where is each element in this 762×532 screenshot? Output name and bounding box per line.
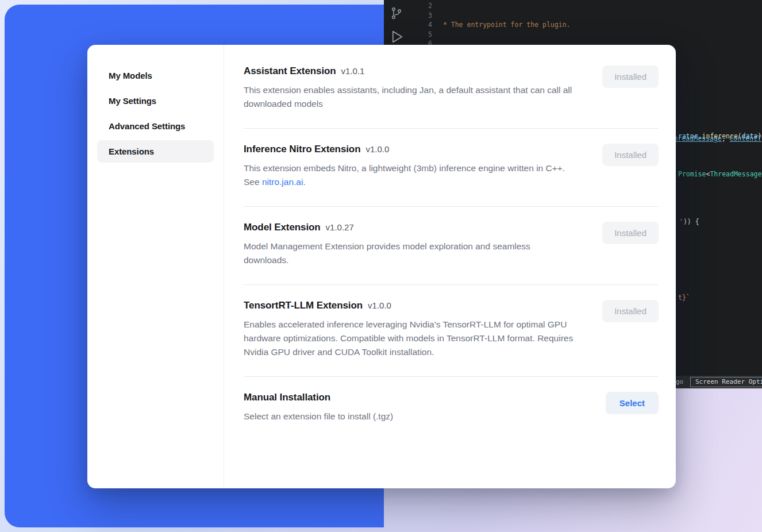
installed-button[interactable]: Installed [602,144,659,166]
extension-description: Model Management Extension provides mode… [244,240,576,267]
extension-title: Model Extensionv1.0.27 [244,222,576,233]
extension-row-tensorrt: TensortRT-LLM Extensionv1.0.0 Enables ac… [244,285,659,377]
extension-row-assistant: Assistant Extensionv1.0.1 This extension… [244,56,659,129]
extension-title: Inference Nitro Extensionv1.0.0 [244,144,576,155]
code-fragment: ')) { [679,218,699,226]
screen: 2 3 4 5 6 * The entrypoint for the plugi… [0,0,762,532]
nitro-link[interactable]: nitro.jan.ai [262,177,303,187]
code-fragment: Promise<ThreadMessage> [678,170,762,178]
extension-version: v1.0.27 [326,222,354,232]
installed-button[interactable]: Installed [602,300,659,322]
extension-row-nitro: Inference Nitro Extensionv1.0.0 This ext… [244,129,659,207]
manual-installation-info: Manual Installation Select an extension … [244,392,393,423]
code-fragment: t}` [678,294,690,302]
code-comment: * The entrypoint for the plugin. [439,21,570,29]
code-fragment: rator.inference(data)); [678,132,762,140]
run-debug-icon[interactable] [388,28,405,45]
sidebar-item-advanced-settings[interactable]: Advanced Settings [97,115,214,137]
extension-info: Model Extensionv1.0.27 Model Management … [244,222,576,267]
manual-installation-title: Manual Installation [244,392,393,403]
sidebar-item-my-models[interactable]: My Models [97,64,214,87]
installed-button[interactable]: Installed [602,222,659,244]
extension-description: This extension enables assistants, inclu… [244,83,576,111]
extension-description: Enables accelerated inference leveraging… [244,318,576,359]
extension-title: TensortRT-LLM Extensionv1.0.0 [244,300,576,311]
manual-installation-description: Select an extension file to install (.tg… [244,410,393,423]
settings-card: My Models My Settings Advanced Settings … [87,45,676,488]
extension-title: Assistant Extensionv1.0.1 [244,65,576,77]
status-text: go [676,378,683,385]
extension-version: v1.0.0 [365,144,389,154]
sidebar-item-my-settings[interactable]: My Settings [97,90,214,112]
select-file-button[interactable]: Select [606,392,659,414]
extension-info: Assistant Extensionv1.0.1 This extension… [244,65,576,111]
git-branch-icon[interactable] [390,6,403,21]
extension-info: Inference Nitro Extensionv1.0.0 This ext… [244,144,576,189]
screen-reader-badge[interactable]: Screen Reader Optimized [690,377,762,387]
extension-version: v1.0.0 [368,300,391,310]
extension-info: TensortRT-LLM Extensionv1.0.0 Enables ac… [244,300,576,359]
extensions-list: Assistant Extensionv1.0.1 This extension… [224,45,676,488]
sidebar-item-extensions[interactable]: Extensions [97,140,214,163]
extension-row-model: Model Extensionv1.0.27 Model Management … [244,207,659,285]
line-numbers: 2 3 4 5 6 [410,1,432,49]
settings-sidebar: My Models My Settings Advanced Settings … [87,45,224,488]
manual-installation-row: Manual Installation Select an extension … [244,377,659,437]
extension-description: This extension embeds Nitro, a lightweig… [244,161,576,189]
extension-version: v1.0.1 [341,66,365,76]
installed-button[interactable]: Installed [602,65,659,88]
